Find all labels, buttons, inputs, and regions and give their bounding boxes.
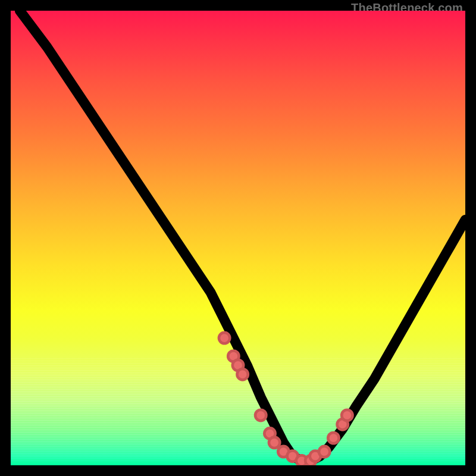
highlight-dot [319, 446, 330, 457]
highlight-dot [342, 410, 352, 421]
highlight-dot [255, 410, 266, 421]
chart-frame: TheBottleneck.com [0, 0, 476, 476]
highlight-dot [269, 437, 280, 448]
highlight-dot [237, 369, 248, 380]
highlight-dot [328, 433, 339, 443]
dots-layer [11, 11, 465, 465]
plot-area [11, 11, 465, 465]
highlight-dot [219, 333, 230, 343]
